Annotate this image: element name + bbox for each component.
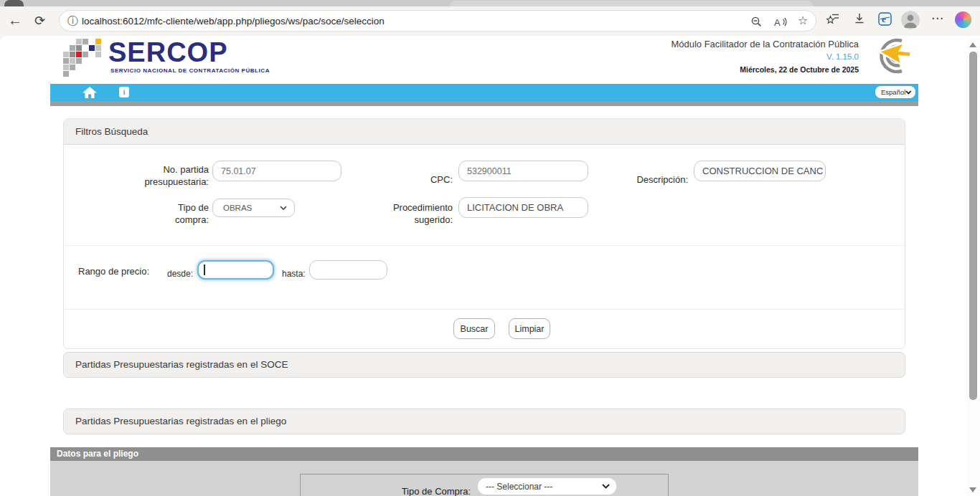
- app-navbar: i Español: [50, 84, 918, 101]
- chevron-down-icon: [905, 90, 912, 95]
- datos-tipo-compra-value: --- Seleccionar ---: [486, 482, 552, 492]
- copilot-icon[interactable]: [955, 11, 971, 28]
- page-scrollbar[interactable]: [966, 36, 980, 496]
- module-version: V. 1.15.0: [671, 52, 859, 61]
- tab-strip: [0, 0, 980, 6]
- svg-text:A: A: [774, 17, 781, 28]
- tipo-compra-label: Tipo de compra:: [151, 201, 209, 226]
- rango-precio-label: Rango de precio:: [78, 265, 157, 277]
- limpiar-button[interactable]: Limpiar: [509, 318, 550, 339]
- sercop-wordmark: SERCOP: [108, 37, 227, 68]
- current-date: Miércoles, 22 de Octubre de 2025: [671, 65, 859, 74]
- nav-shadow-strip: [50, 101, 918, 106]
- datos-tipo-compra-select[interactable]: --- Seleccionar ---: [478, 478, 616, 495]
- filtros-header[interactable]: Filtros Búsqueda: [64, 119, 905, 145]
- text-caret: [204, 264, 205, 275]
- zoom-out-icon[interactable]: [751, 16, 762, 27]
- hasta-label: hasta:: [282, 268, 309, 280]
- more-icon[interactable]: ⋯: [931, 11, 944, 26]
- sercop-tagline: SERVICIO NACIONAL DE CONTRATACIÓN PÚBLIC…: [110, 67, 270, 74]
- hasta-input[interactable]: [309, 260, 387, 280]
- module-title: Módulo Facilitador de la Contratación Pú…: [671, 39, 859, 49]
- cpc-input[interactable]: [458, 161, 588, 181]
- ie-mode-icon[interactable]: e: [878, 12, 892, 26]
- datos-pliego-box: Tipo de Compra: --- Seleccionar ---: [300, 474, 669, 496]
- url-text[interactable]: localhost:6012/mfc-cliente/web/app.php/p…: [82, 16, 385, 27]
- partida-input[interactable]: [212, 161, 341, 181]
- desde-label: desde:: [167, 268, 196, 280]
- browser-toolbar: ← ⟳ ⓘ localhost:6012/mfc-cliente/web/app…: [0, 6, 980, 36]
- descripcion-label: Descripción:: [623, 173, 688, 186]
- filtros-panel: Filtros Búsqueda No. partida presupuesta…: [63, 118, 905, 349]
- chevron-down-icon: [280, 206, 287, 210]
- procedimiento-input[interactable]: [458, 197, 588, 218]
- desde-input[interactable]: [197, 260, 274, 280]
- sercop-logo-mosaic: [63, 39, 108, 80]
- browser-window: ← ⟳ ⓘ localhost:6012/mfc-cliente/web/app…: [0, 0, 980, 496]
- favorite-star-icon[interactable]: ☆: [798, 14, 808, 27]
- section-soce-header[interactable]: Partidas Presupuestarias registradas en …: [63, 352, 905, 378]
- mfc-logo: [859, 36, 918, 76]
- scrollbar-down-icon[interactable]: [969, 487, 976, 492]
- module-info: Módulo Facilitador de la Contratación Pú…: [671, 39, 859, 74]
- language-label: Español: [881, 88, 905, 96]
- scrollbar-thumb[interactable]: [969, 52, 977, 400]
- refresh-icon[interactable]: ⟳: [34, 13, 45, 29]
- download-icon[interactable]: [854, 13, 865, 24]
- section-pliego-header[interactable]: Partidas Presupuestarias registradas en …: [63, 409, 905, 434]
- active-tab-edge: [450, 1, 813, 6]
- buscar-button[interactable]: Buscar: [453, 318, 495, 339]
- partida-label: No. partida presupuestaria:: [126, 163, 209, 188]
- cpc-label: CPC:: [410, 173, 453, 186]
- chevron-down-icon: [602, 484, 610, 489]
- divider: [65, 309, 904, 310]
- descripcion-input[interactable]: [694, 161, 826, 181]
- info-icon[interactable]: i: [119, 87, 129, 97]
- tipo-compra-value: OBRAS: [223, 204, 252, 212]
- web-page: SERCOP SERVICIO NACIONAL DE CONTRATACIÓN…: [0, 36, 980, 496]
- address-bar[interactable]: ⓘ localhost:6012/mfc-cliente/web/app.php…: [59, 10, 816, 32]
- language-select[interactable]: Español: [875, 86, 915, 98]
- datos-pliego-area: Tipo de Compra: --- Seleccionar ---: [50, 461, 918, 496]
- divider: [65, 245, 904, 246]
- tipo-compra-select[interactable]: OBRAS: [212, 199, 295, 217]
- collections-icon[interactable]: [826, 13, 839, 25]
- back-icon[interactable]: ←: [8, 12, 22, 29]
- home-icon[interactable]: [82, 86, 98, 99]
- read-aloud-icon[interactable]: A: [774, 16, 788, 27]
- datos-tipo-compra-label: Tipo de Compra:: [385, 486, 471, 496]
- browser-tab[interactable]: [4, 0, 24, 6]
- scrollbar-up-icon[interactable]: [969, 42, 976, 47]
- datos-pliego-titlebar: Datos para el pliego: [50, 447, 918, 461]
- procedimiento-label: Procedimiento sugerido:: [374, 201, 453, 226]
- profile-avatar[interactable]: [901, 11, 920, 29]
- site-info-icon[interactable]: ⓘ: [67, 14, 78, 28]
